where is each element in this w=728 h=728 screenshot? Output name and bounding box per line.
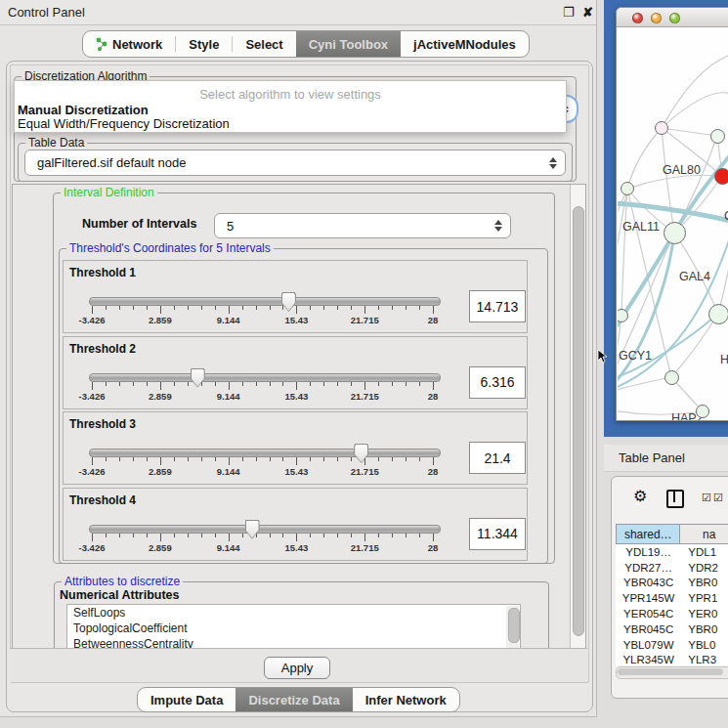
slider-tick-label: 2.859	[149, 315, 172, 325]
split-view-icon[interactable]	[666, 490, 684, 508]
threshold-slider-track[interactable]	[89, 525, 441, 534]
threshold-slider-thumb[interactable]	[354, 444, 368, 463]
tab-infer-network[interactable]: Infer Network	[353, 688, 459, 711]
float-window-icon[interactable]: ❐	[563, 5, 575, 20]
table-row[interactable]: YPR145WYPR1	[616, 590, 728, 606]
slider-tick	[133, 457, 134, 461]
slider-tick	[310, 457, 311, 461]
numerical-attributes-list[interactable]: SelfLoopsTopologicalCoefficientBetweenne…	[66, 604, 521, 651]
network-canvas[interactable]: GAL80GACGAL11GAL4GCY1HHAP2	[618, 27, 728, 420]
attribute-list-item[interactable]: TopologicalCoefficient	[67, 621, 520, 636]
network-node[interactable]	[696, 405, 709, 418]
table-row[interactable]: YBL079WYBL0	[616, 637, 728, 653]
threshold-slider-thumb[interactable]	[191, 368, 205, 388]
slider-tick	[419, 382, 420, 386]
threshold-slider-track[interactable]	[89, 373, 441, 382]
table-row[interactable]: YER054CYER0	[616, 606, 728, 621]
slider-tick	[337, 457, 338, 461]
checkbox-icon[interactable]: ☑	[702, 492, 711, 502]
table-row[interactable]: YBR045CYBR0	[616, 621, 728, 637]
slider-tick	[92, 534, 93, 541]
tab-network[interactable]: Network	[83, 31, 175, 57]
slider-tick	[242, 534, 243, 537]
slider-tick	[364, 382, 365, 390]
slider-tick	[364, 534, 365, 541]
slider-tick-label: 15.43	[285, 542, 309, 553]
threshold-value-field[interactable]: 14.713	[469, 290, 526, 322]
scrollbar-thumb[interactable]	[573, 206, 584, 636]
table-cell: YBR043C	[616, 577, 681, 588]
threshold-slider-track[interactable]	[89, 297, 441, 306]
network-node-ga[interactable]	[710, 129, 725, 144]
scrollbar-thumb[interactable]	[508, 608, 520, 643]
threshold-panel: Threshold 1-3.4262.8599.14415.4321.71528…	[63, 260, 528, 333]
minimize-traffic-light-icon[interactable]	[651, 13, 662, 23]
slider-tick	[337, 534, 338, 537]
table-cell: YBL0	[681, 639, 728, 651]
apply-strip: Apply	[10, 648, 587, 682]
network-node-gal11[interactable]	[621, 182, 634, 195]
slider-tick	[392, 457, 393, 461]
threshold-slider-thumb[interactable]	[245, 520, 260, 539]
slider-tick	[282, 534, 283, 537]
algorithm-option[interactable]: Manual Discretization	[17, 103, 565, 117]
table-row[interactable]: YDL19…YDL1	[616, 544, 728, 560]
checkbox-icon[interactable]: ☑	[713, 492, 723, 502]
num-intervals-combobox[interactable]: 5	[214, 213, 511, 238]
slider-tick	[201, 457, 202, 461]
tab-cyni-toolbox[interactable]: Cyni Toolbox	[296, 31, 401, 57]
column-header[interactable]: shared…	[616, 524, 680, 544]
tab-label: Select	[245, 37, 282, 52]
table-cell: YBR045C	[616, 623, 681, 635]
network-node-gal80[interactable]	[655, 121, 668, 135]
attribute-list-item[interactable]: SelfLoops	[67, 605, 520, 621]
threshold-value-field[interactable]: 21.4	[469, 442, 526, 474]
network-node-h[interactable]	[708, 304, 728, 324]
zoom-traffic-light-icon[interactable]	[669, 13, 680, 23]
slider-tick	[147, 382, 148, 386]
tab-discretize-data[interactable]: Discretize Data	[236, 688, 352, 711]
node-label: GAL4	[679, 270, 710, 283]
tab-impute-data[interactable]: Impute Data	[138, 688, 236, 711]
table-row[interactable]: YBR043CYBR0	[616, 576, 728, 591]
list-scrollbar[interactable]	[506, 606, 519, 649]
table-data-combobox[interactable]: galFiltered.sif default node	[24, 150, 566, 176]
network-node-gal4[interactable]	[664, 222, 686, 244]
threshold-value-field[interactable]: 11.344	[469, 518, 526, 550]
slider-tick	[310, 306, 311, 310]
gear-icon[interactable]: ⚙	[633, 487, 647, 505]
window-title: Control Panel	[8, 5, 85, 20]
algorithm-option[interactable]: Equal Width/Frequency Discretization	[17, 116, 565, 131]
table-row[interactable]: YDR27…YDR2	[616, 560, 728, 576]
tab-label: Network	[112, 37, 162, 52]
slider-tick	[133, 534, 134, 537]
vertical-scrollbar[interactable]	[570, 185, 585, 649]
slider-tick	[433, 534, 434, 541]
network-node-hap2[interactable]	[664, 370, 679, 385]
close-icon[interactable]: ✘	[582, 5, 593, 20]
network-node-c[interactable]	[714, 168, 728, 185]
num-intervals-label: Number of Intervals	[82, 217, 196, 231]
scrollbar-thumb[interactable]	[618, 668, 723, 675]
apply-button[interactable]: Apply	[264, 657, 330, 679]
tab-style[interactable]: Style	[176, 31, 232, 57]
slider-tick-label: 15.43	[285, 391, 309, 402]
table-cell: YER054C	[616, 608, 681, 620]
threshold-value-field[interactable]: 6.316	[469, 366, 526, 399]
close-traffic-light-icon[interactable]	[632, 13, 643, 23]
slider-tick	[229, 306, 230, 314]
table-row[interactable]: YLR345WYLR3	[616, 653, 728, 665]
tab-jactivemnodules[interactable]: jActiveMNodules	[401, 31, 529, 57]
slider-tick-label: 28	[428, 391, 439, 402]
slider-tick-label: 2.859	[149, 542, 172, 553]
combo-stepper-icon	[547, 157, 558, 169]
tab-select[interactable]: Select	[233, 31, 295, 57]
table-cell: YDL1	[681, 546, 728, 558]
column-header[interactable]: na	[680, 524, 728, 544]
threshold-slider-track[interactable]	[89, 449, 441, 457]
slider-tick	[256, 382, 257, 386]
table-data-group-label: Table Data	[25, 136, 87, 150]
slider-tick	[188, 382, 189, 386]
horizontal-scrollbar[interactable]	[616, 666, 728, 679]
slider-tick	[119, 457, 120, 461]
